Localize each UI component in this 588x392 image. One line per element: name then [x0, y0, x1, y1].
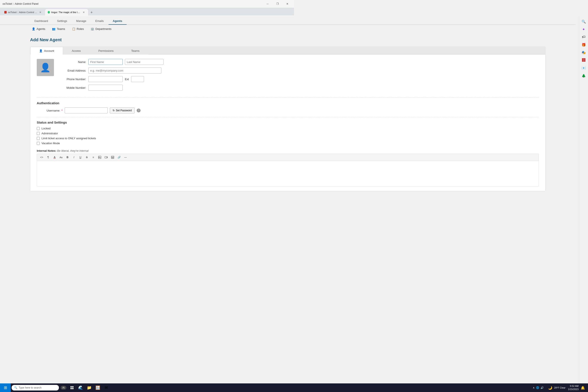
- internal-notes-section: Internal Notes: Be liberal, they're inte…: [37, 149, 294, 186]
- svg-rect-2: [105, 156, 107, 158]
- set-password-button[interactable]: ↻ Set Password: [110, 108, 134, 114]
- maximize-button[interactable]: ❐: [272, 1, 282, 7]
- required-star: *: [62, 109, 62, 112]
- editor-strikethrough-btn[interactable]: S: [84, 155, 90, 160]
- editor-toolbar: <> ¶ A Aa B I U S ≡: [37, 154, 294, 161]
- tab-osticket[interactable]: osTicket :: Admin Control Panel ✕: [2, 9, 45, 16]
- roles-icon: 📋: [72, 27, 76, 30]
- nav-emails[interactable]: Emails: [91, 18, 108, 25]
- administrator-label: Administrator: [42, 132, 58, 135]
- form-tabs: 👤 Account Access Permissions Teams: [30, 47, 294, 54]
- editor-area[interactable]: [37, 161, 294, 186]
- svg-rect-3: [111, 156, 114, 158]
- internal-notes-label: Internal Notes: Be liberal, they're inte…: [37, 149, 294, 152]
- nav-agents[interactable]: Agents: [108, 18, 126, 25]
- editor-table-btn[interactable]: [110, 155, 116, 160]
- tab-osticket-close[interactable]: ✕: [38, 10, 42, 14]
- form-body: 👤 Name: Email Address:: [30, 54, 294, 191]
- ext-label: Ext: [125, 78, 129, 81]
- last-name-input[interactable]: [125, 59, 164, 65]
- subnav-roles[interactable]: 📋 Roles: [70, 26, 86, 32]
- name-label: Name:: [60, 60, 86, 64]
- locked-label: Locked: [42, 127, 50, 130]
- editor-font-color-btn[interactable]: A: [52, 155, 58, 160]
- agent-info-row: 👤 Name: Email Address:: [37, 59, 294, 93]
- tab-imgur-close[interactable]: ✕: [82, 10, 86, 14]
- tab-osticket-label: osTicket :: Admin Control Panel: [8, 11, 37, 14]
- editor-code-btn[interactable]: <>: [39, 155, 45, 160]
- first-name-input[interactable]: [88, 59, 123, 65]
- subnav-departments-label: Departments: [96, 27, 111, 30]
- tab-imgur[interactable]: Imgur: The magic of the Internet ✕: [45, 9, 88, 16]
- phone-label: Phone Number:: [60, 78, 86, 81]
- editor-bold-btn[interactable]: B: [64, 155, 70, 160]
- phone-row: Phone Number: Ext: [60, 76, 294, 82]
- tab-access[interactable]: Access: [63, 47, 90, 54]
- tab-spacer: [148, 47, 294, 54]
- editor-link-btn[interactable]: 🔗: [116, 155, 122, 160]
- close-button[interactable]: ✕: [282, 1, 292, 7]
- username-label: Username: *: [37, 109, 62, 112]
- mobile-row: Mobile Number:: [60, 85, 294, 91]
- editor-font-size-btn[interactable]: Aa: [58, 155, 64, 160]
- tab-bar: osTicket :: Admin Control Panel ✕ Imgur:…: [0, 8, 294, 16]
- tab-teams[interactable]: Teams: [122, 47, 148, 54]
- minimize-button[interactable]: ─: [262, 1, 272, 7]
- ext-input[interactable]: [131, 76, 144, 82]
- subnav-departments[interactable]: 🏢 Departments: [89, 26, 113, 32]
- imgur-favicon: [48, 11, 50, 14]
- username-input[interactable]: [65, 108, 108, 114]
- osticket-favicon: [4, 11, 7, 14]
- email-row: Email Address:: [60, 68, 294, 74]
- email-input[interactable]: [88, 68, 162, 74]
- editor-image-btn[interactable]: [97, 155, 103, 160]
- window-title: osTicket :: Admin Control Panel: [2, 2, 262, 5]
- subnav-teams-label: Teams: [57, 27, 65, 30]
- new-tab-button[interactable]: +: [88, 10, 94, 16]
- svg-point-1: [99, 156, 99, 157]
- status-divider: [37, 117, 294, 117]
- vacation-mode-label: Vacation Mode: [42, 142, 60, 145]
- tab-imgur-label: Imgur: The magic of the Internet: [51, 11, 80, 14]
- administrator-checkbox[interactable]: [37, 132, 40, 135]
- tab-account[interactable]: 👤 Account: [30, 47, 63, 54]
- email-label: Email Address:: [60, 69, 86, 72]
- content-wrapper: Add New Agent 👤 Account Access Permissio…: [0, 33, 294, 195]
- sub-nav: 👤 Agents 👥 Teams 📋 Roles 🏢 Departments: [0, 25, 294, 33]
- internal-notes-hint: Be liberal, they're internal: [57, 149, 88, 152]
- limit-tickets-checkbox[interactable]: [37, 137, 40, 140]
- editor-hr-btn[interactable]: —: [122, 155, 128, 160]
- vacation-mode-checkbox[interactable]: [37, 142, 40, 145]
- nav-manage[interactable]: Manage: [72, 18, 91, 25]
- editor-underline-btn[interactable]: U: [77, 155, 84, 160]
- locked-checkbox[interactable]: [37, 127, 40, 130]
- editor-video-btn[interactable]: [103, 155, 109, 160]
- limit-tickets-label: Limit ticket access to ONLY assigned tic…: [42, 137, 96, 140]
- avatar-icon: 👤: [40, 62, 51, 73]
- checkbox-locked: Locked: [37, 127, 294, 130]
- mobile-label: Mobile Number:: [60, 86, 86, 90]
- editor-italic-btn[interactable]: I: [71, 155, 77, 160]
- window-controls: ─ ❐ ✕: [262, 1, 292, 7]
- nav-dashboard[interactable]: Dashboard: [30, 18, 52, 25]
- teams-icon: 👥: [52, 27, 56, 30]
- status-section-title: Status and Settings: [37, 120, 294, 124]
- form-fields: Name: Email Address: Phone Number:: [60, 59, 294, 93]
- tab-permissions[interactable]: Permissions: [90, 47, 122, 54]
- departments-icon: 🏢: [91, 27, 94, 30]
- username-row: Username: * ↻ Set Password ?: [37, 108, 294, 114]
- avatar: 👤: [37, 59, 54, 76]
- editor-list-btn[interactable]: ≡: [90, 155, 96, 160]
- phone-input[interactable]: [88, 76, 123, 82]
- refresh-icon: ↻: [112, 109, 115, 112]
- main-nav: Dashboard Settings Manage Emails Agents: [0, 16, 294, 25]
- page-title: Add New Agent: [30, 38, 294, 42]
- editor-paragraph-btn[interactable]: ¶: [45, 155, 51, 160]
- help-icon[interactable]: ?: [137, 108, 140, 112]
- agents-icon: 👤: [32, 27, 35, 30]
- mobile-input[interactable]: [88, 85, 123, 91]
- nav-settings[interactable]: Settings: [53, 18, 72, 25]
- subnav-agents[interactable]: 👤 Agents: [30, 26, 47, 32]
- subnav-teams[interactable]: 👥 Teams: [50, 26, 66, 32]
- account-tab-icon: 👤: [39, 49, 42, 52]
